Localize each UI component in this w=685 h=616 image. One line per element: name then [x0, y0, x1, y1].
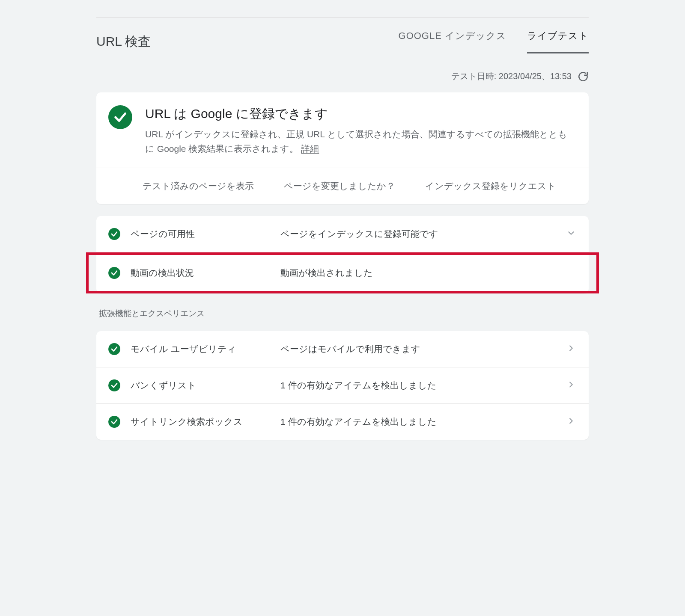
row-video-detection[interactable]: 動画の検出状況 動画が検出されました — [96, 255, 589, 291]
main-status-card: URL は Google に登録できます URL がインデックスに登録され、正規… — [96, 92, 589, 204]
row-status: 1 件の有効なアイテムを検出しました — [280, 379, 566, 391]
check-icon — [108, 379, 120, 391]
chevron-right-icon — [566, 380, 577, 391]
view-tested-page-button[interactable]: テスト済みのページを表示 — [143, 180, 254, 192]
row-breadcrumb[interactable]: パンくずリスト 1 件の有効なアイテムを検出しました — [96, 367, 589, 404]
row-label: パンくずリスト — [131, 379, 280, 391]
check-icon — [108, 228, 120, 240]
tabs: GOOGLE インデックス ライブテスト — [399, 30, 589, 53]
detail-link[interactable]: 詳細 — [301, 144, 319, 154]
row-status: 1 件の有効なアイテムを検出しました — [280, 416, 566, 428]
check-icon — [108, 416, 120, 428]
highlighted-row-wrapper: 動画の検出状況 動画が検出されました — [86, 252, 599, 293]
page-changed-button[interactable]: ページを変更しましたか？ — [284, 180, 395, 192]
row-label: サイトリンク検索ボックス — [131, 416, 280, 428]
refresh-icon[interactable] — [578, 71, 589, 82]
main-actions: テスト済みのページを表示 ページを変更しましたか？ インデックス登録をリクエスト — [96, 168, 589, 204]
status-ok-icon — [108, 105, 132, 129]
row-page-availability[interactable]: ページの可用性 ページをインデックスに登録可能です — [96, 216, 589, 252]
header-bar: URL 検査 GOOGLE インデックス ライブテスト — [96, 18, 589, 53]
row-mobile-usability[interactable]: モバイル ユーザビリティ ページはモバイルで利用できます — [96, 331, 589, 367]
page-title: URL 検査 — [96, 33, 151, 50]
test-time-row: テスト日時: 2023/04/25、13:53 — [96, 71, 589, 82]
check-icon — [108, 267, 120, 279]
ext-section: モバイル ユーザビリティ ページはモバイルで利用できます パンくずリスト 1 件… — [96, 331, 589, 440]
tab-live-test[interactable]: ライブテスト — [527, 30, 589, 53]
tab-google-index[interactable]: GOOGLE インデックス — [399, 30, 506, 52]
chevron-down-icon — [566, 228, 577, 240]
check-icon — [108, 343, 120, 355]
row-label: 動画の検出状況 — [131, 267, 280, 279]
row-status: ページをインデックスに登録可能です — [280, 228, 566, 240]
row-status: 動画が検出されました — [280, 267, 566, 279]
row-label: ページの可用性 — [131, 228, 280, 240]
availability-section: ページの可用性 ページをインデックスに登録可能です 動画の検出状況 動画が検出さ… — [96, 216, 589, 293]
chevron-right-icon — [566, 416, 577, 427]
request-indexing-button[interactable]: インデックス登録をリクエスト — [425, 180, 556, 192]
main-status-description: URL がインデックスに登録され、正規 URL として選択された場合、関連するす… — [145, 127, 573, 156]
chevron-right-icon — [566, 344, 577, 355]
row-status: ページはモバイルで利用できます — [280, 343, 566, 355]
main-status-title: URL は Google に登録できます — [145, 105, 573, 123]
row-label: モバイル ユーザビリティ — [131, 343, 280, 355]
test-time-label: テスト日時: 2023/04/25、13:53 — [451, 71, 572, 82]
ext-section-heading: 拡張機能とエクスペリエンス — [99, 308, 589, 319]
row-sitelinks-searchbox[interactable]: サイトリンク検索ボックス 1 件の有効なアイテムを検出しました — [96, 404, 589, 440]
